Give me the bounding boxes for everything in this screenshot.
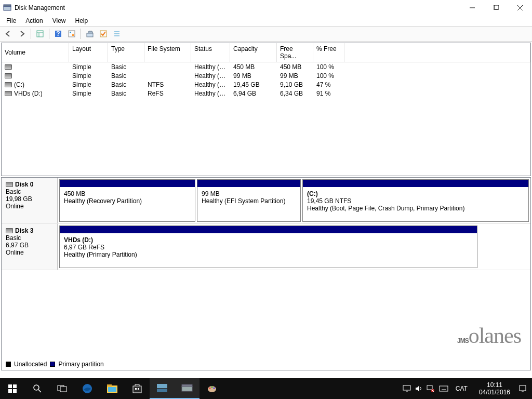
vol-status: Healthy (E... [191,72,230,79]
partition[interactable]: VHDs (D:) 6,97 GB ReFS Healthy (Primary … [59,225,477,268]
partition-size: 99 MB [202,190,296,197]
svg-rect-15 [87,33,93,37]
partition-status: Healthy (Boot, Page File, Crash Dump, Pr… [307,205,524,212]
col-filesystem[interactable]: File System [144,43,191,62]
tray-date: 04/01/2016 [479,389,510,396]
svg-rect-49 [440,386,448,391]
toolbar-settings-icon[interactable] [65,28,78,40]
minimize-button[interactable] [460,0,484,16]
taskbar-disk-management-icon[interactable] [175,378,200,399]
vol-free: 6,34 GB [277,90,313,97]
taskbar-edge-icon[interactable] [75,378,100,399]
svg-line-25 [38,390,41,392]
vol-type: Basic [108,90,144,97]
tray-keyboard-icon[interactable] [439,385,448,392]
tray-network-error-icon[interactable] [427,385,435,392]
col-free[interactable]: Free Spa... [277,43,313,62]
svg-rect-36 [157,389,167,392]
tray-notifications-icon[interactable] [518,384,527,393]
search-button[interactable] [25,378,50,399]
partition-title: VHDs (D:) [64,236,473,244]
partition-status: Healthy (Recovery Partition) [64,197,191,205]
swatch-primary [50,362,55,367]
svg-rect-45 [427,385,432,390]
partition-bar [60,180,195,187]
taskbar-store-icon[interactable] [125,378,150,399]
forward-button[interactable] [16,28,28,40]
start-button[interactable] [0,378,25,399]
back-button[interactable] [2,28,15,40]
system-tray: CAT 10:11 04/01/2016 [397,381,532,396]
toolbar-refresh-icon[interactable] [84,28,96,40]
maximize-button[interactable] [484,0,508,16]
menu-file[interactable]: File [2,16,20,25]
close-button[interactable] [508,0,532,16]
vol-type: Basic [108,81,144,88]
volume-row[interactable]: Simple Basic Healthy (E... 99 MB 99 MB 1… [2,71,530,80]
svg-rect-14 [72,34,74,36]
vol-pct: 100 % [313,63,344,71]
svg-rect-55 [520,385,526,391]
taskbar-server-manager-icon[interactable] [150,378,175,399]
col-volume[interactable]: Volume [2,43,69,62]
disk-panel-empty: JMSolanes [2,270,530,358]
partition-status: Healthy (Primary Partition) [64,251,473,258]
vol-name: (C:) [14,81,24,88]
toolbar-list-icon[interactable] [111,28,123,40]
vol-free: 450 MB [277,63,313,71]
menu-bar: File Action View Help [0,16,532,26]
legend-unallocated: Unallocated [14,361,47,368]
tray-clock[interactable]: 10:11 04/01/2016 [475,381,514,396]
drive-icon [5,82,12,87]
taskbar-explorer-icon[interactable] [100,378,125,399]
svg-rect-33 [135,388,137,390]
disk-type: Basic [6,234,53,242]
vol-status: Healthy (B... [191,81,230,88]
partition-size: 19,45 GB NTFS [307,197,524,205]
disk-partitions: 450 MB Healthy (Recovery Partition) 99 M… [58,178,530,223]
task-view-button[interactable] [50,378,75,399]
volume-row[interactable]: (C:) Simple Basic NTFS Healthy (B... 19,… [2,80,530,89]
disk-info[interactable]: Disk 0 Basic 19,98 GB Online [2,178,58,223]
disk-partitions: VHDs (D:) 6,97 GB ReFS Healthy (Primary … [58,224,530,270]
vol-status: Healthy (P... [191,90,230,97]
disk-size: 19,98 GB [6,195,53,203]
toolbar: ? [0,26,532,42]
tray-volume-icon[interactable] [415,385,422,392]
svg-rect-22 [8,389,12,393]
partition[interactable]: 450 MB Healthy (Recovery Partition) [59,179,195,222]
legend-primary: Primary partition [58,361,103,368]
disk-label: Disk 0 [15,181,33,188]
tray-time: 10:11 [479,381,510,389]
menu-action[interactable]: Action [21,16,47,25]
tray-language[interactable]: CAT [453,385,471,392]
disk-row: Disk 0 Basic 19,98 GB Online 450 MB Heal… [2,178,530,224]
svg-rect-38 [182,384,192,387]
partition[interactable]: 99 MB Healthy (EFI System Partition) [197,179,301,222]
volume-list-body: Simple Basic Healthy (R... 450 MB 450 MB… [2,62,530,176]
drive-icon [5,64,12,70]
col-layout[interactable]: Layout [69,43,108,62]
disk-label: Disk 3 [15,227,33,234]
col-pct-free[interactable]: % Free [313,43,344,62]
partition[interactable]: (C:) 19,45 GB NTFS Healthy (Boot, Page F… [302,179,529,222]
volume-row[interactable]: VHDs (D:) Simple Basic ReFS Healthy (P..… [2,89,530,98]
menu-help[interactable]: Help [71,16,92,25]
help-icon[interactable]: ? [52,28,64,40]
vol-pct: 47 % [313,81,344,88]
col-capacity[interactable]: Capacity [230,43,277,62]
toolbar-check-icon[interactable] [97,28,110,40]
legend: Unallocated Primary partition [2,358,530,370]
col-status[interactable]: Status [191,43,230,62]
volume-row[interactable]: Simple Basic Healthy (R... 450 MB 450 MB… [2,62,530,71]
svg-rect-12 [69,31,75,37]
taskbar-paint-icon[interactable] [200,378,224,399]
disk-icon [6,182,13,187]
svg-rect-35 [157,384,167,388]
tray-display-icon[interactable] [403,385,411,392]
menu-view[interactable]: View [48,16,70,25]
toolbar-view-icon[interactable] [34,28,46,40]
svg-point-41 [211,387,213,388]
disk-info[interactable]: Disk 3 Basic 6,97 GB Online [2,224,58,270]
col-type[interactable]: Type [108,43,144,62]
